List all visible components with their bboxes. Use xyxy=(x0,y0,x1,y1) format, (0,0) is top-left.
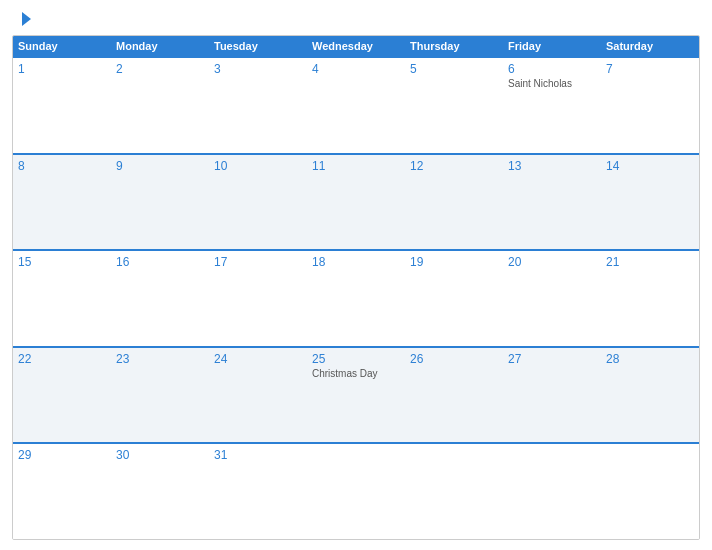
cal-cell-1-2: 10 xyxy=(209,155,307,250)
day-number: 13 xyxy=(508,159,596,173)
week-row-1: 123456Saint Nicholas7 xyxy=(13,56,699,153)
calendar-header: Sunday Monday Tuesday Wednesday Thursday… xyxy=(13,36,699,56)
week-row-2: 891011121314 xyxy=(13,153,699,250)
day-number: 24 xyxy=(214,352,302,366)
cal-cell-3-5: 27 xyxy=(503,348,601,443)
cal-cell-4-2: 31 xyxy=(209,444,307,539)
day-number: 12 xyxy=(410,159,498,173)
day-number: 17 xyxy=(214,255,302,269)
cal-cell-0-0: 1 xyxy=(13,58,111,153)
cal-cell-4-0: 29 xyxy=(13,444,111,539)
day-number: 16 xyxy=(116,255,204,269)
cal-cell-1-5: 13 xyxy=(503,155,601,250)
cal-cell-3-3: 25Christmas Day xyxy=(307,348,405,443)
svg-marker-0 xyxy=(22,12,31,26)
cal-cell-4-5 xyxy=(503,444,601,539)
day-number: 15 xyxy=(18,255,106,269)
cal-cell-2-6: 21 xyxy=(601,251,699,346)
calendar-event: Christmas Day xyxy=(312,368,400,379)
day-number: 25 xyxy=(312,352,400,366)
cal-cell-0-6: 7 xyxy=(601,58,699,153)
week-row-3: 15161718192021 xyxy=(13,249,699,346)
col-sunday: Sunday xyxy=(13,36,111,56)
day-number: 1 xyxy=(18,62,106,76)
header xyxy=(12,10,700,29)
cal-cell-3-0: 22 xyxy=(13,348,111,443)
day-number: 9 xyxy=(116,159,204,173)
cal-cell-2-0: 15 xyxy=(13,251,111,346)
day-number: 7 xyxy=(606,62,694,76)
col-friday: Friday xyxy=(503,36,601,56)
calendar-event: Saint Nicholas xyxy=(508,78,596,89)
day-number: 31 xyxy=(214,448,302,462)
day-number: 5 xyxy=(410,62,498,76)
cal-cell-4-6 xyxy=(601,444,699,539)
day-number: 20 xyxy=(508,255,596,269)
day-number: 4 xyxy=(312,62,400,76)
day-number: 2 xyxy=(116,62,204,76)
day-number: 30 xyxy=(116,448,204,462)
col-thursday: Thursday xyxy=(405,36,503,56)
calendar-body: 123456Saint Nicholas78910111213141516171… xyxy=(13,56,699,539)
cal-cell-2-2: 17 xyxy=(209,251,307,346)
col-monday: Monday xyxy=(111,36,209,56)
cal-cell-0-2: 3 xyxy=(209,58,307,153)
cal-cell-4-3 xyxy=(307,444,405,539)
day-number: 26 xyxy=(410,352,498,366)
logo xyxy=(12,10,31,29)
day-number: 21 xyxy=(606,255,694,269)
day-number: 6 xyxy=(508,62,596,76)
col-wednesday: Wednesday xyxy=(307,36,405,56)
cal-cell-1-4: 12 xyxy=(405,155,503,250)
day-number: 10 xyxy=(214,159,302,173)
cal-cell-3-6: 28 xyxy=(601,348,699,443)
day-number: 22 xyxy=(18,352,106,366)
day-number: 14 xyxy=(606,159,694,173)
day-number: 11 xyxy=(312,159,400,173)
logo-flag-icon xyxy=(13,10,31,28)
week-row-5: 293031 xyxy=(13,442,699,539)
cal-cell-4-1: 30 xyxy=(111,444,209,539)
cal-cell-0-3: 4 xyxy=(307,58,405,153)
day-number: 28 xyxy=(606,352,694,366)
page: Sunday Monday Tuesday Wednesday Thursday… xyxy=(0,0,712,550)
day-number: 27 xyxy=(508,352,596,366)
cal-cell-0-4: 5 xyxy=(405,58,503,153)
cal-cell-2-5: 20 xyxy=(503,251,601,346)
day-number: 23 xyxy=(116,352,204,366)
cal-cell-3-2: 24 xyxy=(209,348,307,443)
cal-cell-4-4 xyxy=(405,444,503,539)
cal-cell-3-1: 23 xyxy=(111,348,209,443)
day-number: 29 xyxy=(18,448,106,462)
cal-cell-2-3: 18 xyxy=(307,251,405,346)
cal-cell-1-0: 8 xyxy=(13,155,111,250)
cal-cell-1-6: 14 xyxy=(601,155,699,250)
week-row-4: 22232425Christmas Day262728 xyxy=(13,346,699,443)
cal-cell-0-1: 2 xyxy=(111,58,209,153)
day-number: 8 xyxy=(18,159,106,173)
cal-cell-2-1: 16 xyxy=(111,251,209,346)
cal-cell-1-1: 9 xyxy=(111,155,209,250)
cal-cell-2-4: 19 xyxy=(405,251,503,346)
col-tuesday: Tuesday xyxy=(209,36,307,56)
cal-cell-3-4: 26 xyxy=(405,348,503,443)
day-number: 18 xyxy=(312,255,400,269)
cal-cell-0-5: 6Saint Nicholas xyxy=(503,58,601,153)
day-number: 19 xyxy=(410,255,498,269)
day-number: 3 xyxy=(214,62,302,76)
calendar: Sunday Monday Tuesday Wednesday Thursday… xyxy=(12,35,700,540)
col-saturday: Saturday xyxy=(601,36,699,56)
cal-cell-1-3: 11 xyxy=(307,155,405,250)
